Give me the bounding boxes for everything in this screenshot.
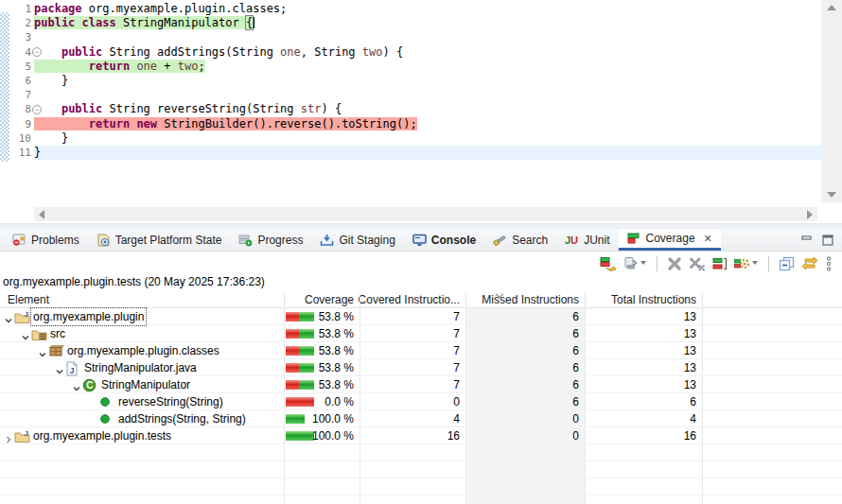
link-session-icon[interactable] <box>801 256 818 270</box>
code-line[interactable]: public class StringManipulator { <box>34 16 821 30</box>
horizontal-scrollbar[interactable] <box>34 207 817 221</box>
tab-problems[interactable]: Problems <box>4 229 88 251</box>
line-number[interactable]: 11 <box>0 146 31 160</box>
code-line[interactable] <box>34 30 821 44</box>
launch-coverage-icon[interactable] <box>600 256 617 271</box>
tab-coverage[interactable]: Coverage ✕ <box>619 229 721 251</box>
problems-icon <box>12 234 26 247</box>
svg-text:C: C <box>86 380 93 391</box>
line-number[interactable]: 8 <box>0 102 31 116</box>
scroll-left-icon[interactable] <box>39 210 44 219</box>
line-number[interactable]: 10 <box>0 131 31 146</box>
total-instructions-value: 13 <box>583 325 696 342</box>
code-line[interactable]: package org.myexample.plugin.classes; <box>34 2 821 16</box>
code-token: two <box>362 45 383 59</box>
line-number[interactable]: 5 <box>0 60 31 74</box>
total-instructions-value: 16 <box>583 427 696 444</box>
column-header-total-instructions[interactable]: Total Instructions <box>583 293 696 306</box>
column-divider[interactable] <box>465 293 466 306</box>
counter-mode-icon[interactable] <box>712 256 728 271</box>
line-number[interactable]: 9 <box>0 117 31 131</box>
column-header-element[interactable]: Element <box>8 293 49 306</box>
remove-all-sessions-icon[interactable] <box>689 256 706 271</box>
empty-row <box>0 495 842 504</box>
code-token: StringBuilder().reverse().toString(); <box>157 117 417 130</box>
tab-search[interactable]: Search <box>484 229 556 251</box>
code-line[interactable]: public String reverseString(String str) … <box>34 102 821 116</box>
column-divider[interactable] <box>702 293 703 306</box>
coverage-row[interactable]: CStringManipulator53.8 %7613 <box>0 376 842 393</box>
maximize-icon[interactable] <box>821 234 834 247</box>
column-divider[interactable] <box>284 293 285 306</box>
coverage-percent: 0.0 % <box>284 393 354 410</box>
missed-instructions-value: 0 <box>464 427 579 444</box>
progress-icon <box>238 234 253 247</box>
dropdown-arrow-icon[interactable] <box>640 261 647 266</box>
scroll-right-icon[interactable] <box>807 210 813 219</box>
tab-progress[interactable]: Progress <box>230 229 311 251</box>
tab-target-platform-state[interactable]: Target Platform State <box>88 229 231 251</box>
line-number[interactable]: 2 <box>0 16 31 30</box>
text-caret <box>254 17 254 28</box>
minimize-icon[interactable] <box>800 234 814 247</box>
coverage-row[interactable]: Jorg.myexample.plugin53.8 %7613 <box>0 308 842 325</box>
coverage-row[interactable]: reverseString(String)0.0 %066 <box>0 393 842 410</box>
code-line[interactable]: } <box>34 74 821 88</box>
dropdown-arrow-icon[interactable] <box>752 261 759 266</box>
tab-git-staging[interactable]: Git Staging <box>311 229 403 251</box>
code-line[interactable]: } <box>34 131 821 146</box>
line-number[interactable]: 3 <box>0 30 31 44</box>
coverage-row[interactable]: JStringManipulator.java53.8 %7613 <box>0 359 842 376</box>
code-line[interactable]: public String addStrings(String one, Str… <box>34 45 821 60</box>
missed-instructions-value: 0 <box>464 410 579 427</box>
line-number[interactable]: 7 <box>0 88 31 102</box>
line-number-ruler[interactable]: 1234567891011 <box>0 2 31 160</box>
view-menu-icon[interactable] <box>825 256 833 271</box>
column-header-missed-instructions[interactable]: Missed Instructions <box>464 293 579 306</box>
sort-indicator-icon <box>494 288 505 302</box>
column-header-covered-instructions[interactable]: Covered Instructio... <box>358 293 460 306</box>
java-editor[interactable]: 1234567891011 −− package org.myexample.p… <box>0 0 842 223</box>
scroll-down-icon[interactable] <box>827 192 836 198</box>
code-token: } <box>34 146 41 159</box>
column-divider[interactable] <box>360 293 360 306</box>
missed-instructions-value: 6 <box>464 342 579 359</box>
code-area[interactable]: package org.myexample.plugin.classes;pub… <box>34 2 821 160</box>
code-line[interactable]: return new StringBuilder().reverse().toS… <box>34 117 821 131</box>
covered-instructions-value: 16 <box>358 427 460 444</box>
tab-label: Console <box>431 234 476 247</box>
code-line[interactable]: return one + two; <box>34 60 821 74</box>
line-number[interactable]: 4 <box>0 45 31 60</box>
tab-junit[interactable]: JU JUnit <box>556 229 618 251</box>
line-number[interactable]: 1 <box>0 2 31 16</box>
coverage-toolbar <box>0 252 842 275</box>
column-divider[interactable] <box>585 293 586 306</box>
column-header-coverage[interactable]: Coverage <box>284 293 354 306</box>
close-icon[interactable]: ✕ <box>704 233 712 245</box>
coverage-percent: 53.8 % <box>284 376 354 393</box>
remove-session-icon[interactable] <box>667 256 682 271</box>
line-number[interactable]: 6 <box>0 74 31 88</box>
element-label: addStrings(String, String) <box>116 410 248 427</box>
tab-label: Coverage <box>646 232 695 245</box>
code-line[interactable]: } <box>34 146 821 160</box>
code-token: } <box>34 74 68 87</box>
coverage-row[interactable]: src53.8 %7613 <box>0 325 842 342</box>
dump-execution-data-icon[interactable] <box>623 256 647 271</box>
covered-instructions-value: 0 <box>358 393 460 410</box>
code-line[interactable] <box>34 88 821 102</box>
scroll-up-icon[interactable] <box>827 5 836 10</box>
collapse-all-icon[interactable] <box>779 256 795 271</box>
coverage-row[interactable]: Jorg.myexample.plugin.tests100.0 %16016 <box>0 427 842 444</box>
coverage-row[interactable]: addStrings(String, String)100.0 %404 <box>0 410 842 427</box>
session-settings-icon[interactable] <box>734 256 759 271</box>
tab-label: Git Staging <box>339 234 395 247</box>
tab-label: Target Platform State <box>115 234 222 247</box>
tab-console[interactable]: Console <box>404 229 484 251</box>
coverage-row[interactable]: org.myexample.plugin.classes53.8 %7613 <box>0 342 842 359</box>
eclipse-window: 1234567891011 −− package org.myexample.p… <box>0 0 842 504</box>
total-instructions-value: 13 <box>583 342 696 359</box>
coverage-percent: 53.8 % <box>284 342 354 359</box>
code-token: return <box>89 60 130 73</box>
vertical-scrollbar[interactable] <box>821 0 842 202</box>
